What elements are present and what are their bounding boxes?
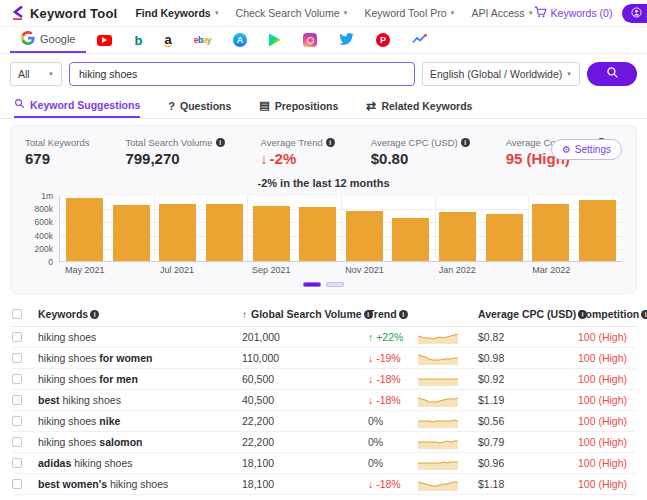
settings-button[interactable]: ⚙ Settings xyxy=(551,139,622,160)
keyword-table: Keywordsi ↑Global Search Volumei Trendi … xyxy=(12,302,635,495)
row-checkbox[interactable] xyxy=(12,437,22,447)
cpc-cell: $0.92 xyxy=(478,373,578,385)
col-global-search-volume[interactable]: ↑Global Search Volumei xyxy=(242,308,368,320)
chart-bar xyxy=(206,204,243,261)
keyword-cell[interactable]: hiking shoes nike xyxy=(38,415,242,427)
tab-keyword-suggestions[interactable]: Keyword Suggestions xyxy=(14,93,140,118)
platform-tab-amazon[interactable]: a xyxy=(153,27,182,53)
row-checkbox[interactable] xyxy=(12,395,22,405)
info-icon[interactable]: i xyxy=(641,310,647,319)
x-tick-label: Jul 2021 xyxy=(158,265,195,275)
nav-find-keywords[interactable]: Find Keywords▼ xyxy=(135,7,219,19)
platform-tab-google-play[interactable] xyxy=(258,27,292,53)
pager-dash[interactable] xyxy=(326,282,344,287)
table-header: Keywordsi ↑Global Search Volumei Trendi … xyxy=(12,302,635,327)
chart-bar xyxy=(159,204,196,261)
table-row: best women's hiking shoes18,100↓ -18%$1.… xyxy=(12,474,635,495)
col-trend[interactable]: Trendi xyxy=(368,308,418,320)
chart-plot-area xyxy=(59,196,622,262)
logo[interactable]: Keyword Tool xyxy=(12,5,117,22)
nav-check-search-volume[interactable]: Check Search Volume▼ xyxy=(236,7,349,19)
competition-cell: 100 (High) xyxy=(578,457,635,469)
info-icon[interactable]: i xyxy=(461,138,470,147)
tab-prepositions[interactable]: ▤ Prepositions xyxy=(259,93,338,118)
row-checkbox[interactable] xyxy=(12,374,22,384)
search-volume-chart: -2% in the last 12 months 1m800k600k400k… xyxy=(25,177,622,287)
cpc-cell: $0.82 xyxy=(478,331,578,343)
stat-average-trend: Average Trendi ↓-2% xyxy=(261,137,335,167)
chart-bar xyxy=(392,218,429,261)
info-icon[interactable]: i xyxy=(326,138,335,147)
overview-card: Total Keywords 679 Total Search Volumei … xyxy=(10,125,637,294)
cart-icon xyxy=(534,6,547,20)
trend-cell: ↓ -18% xyxy=(368,394,418,406)
competition-cell: 100 (High) xyxy=(578,394,635,406)
row-checkbox[interactable] xyxy=(12,479,22,489)
nav-api-access[interactable]: API Access▼ xyxy=(472,7,534,19)
keyword-cell[interactable]: best women's hiking shoes xyxy=(38,478,242,490)
platform-tab-app-store[interactable]: A xyxy=(222,27,258,53)
platform-tab-twitter[interactable] xyxy=(328,27,365,53)
chart-bar xyxy=(486,214,523,261)
platform-tab-bing[interactable]: b xyxy=(123,27,153,53)
language-select[interactable]: English (Global / Worldwide)▼ xyxy=(422,62,580,86)
chart-title: -2% in the last 12 months xyxy=(25,177,622,189)
col-average-cpc[interactable]: Average CPC (USD)i xyxy=(478,308,578,320)
trend-sparkline xyxy=(418,436,458,449)
cpc-cell: $0.79 xyxy=(478,436,578,448)
y-tick-label: 1m xyxy=(41,191,53,201)
google-trends-icon xyxy=(412,34,427,46)
row-checkbox[interactable] xyxy=(12,416,22,426)
platform-tab-youtube[interactable] xyxy=(86,27,123,53)
keyword-cell[interactable]: hiking shoes for women xyxy=(38,352,242,364)
instagram-icon xyxy=(303,33,317,47)
info-icon[interactable]: i xyxy=(216,138,225,147)
search-icon xyxy=(606,66,619,82)
arrow-down-icon: ↓ xyxy=(261,151,268,167)
keyword-cell[interactable]: hiking shoes xyxy=(38,331,242,343)
row-checkbox[interactable] xyxy=(12,332,22,342)
keywords-cart-link[interactable]: Keywords (0) xyxy=(534,6,613,20)
tab-related-keywords[interactable]: ⇄ Related Keywords xyxy=(366,93,472,118)
keyword-tool-app: Keyword Tool Find Keywords▼ Check Search… xyxy=(0,0,647,495)
trend-sparkline xyxy=(418,457,458,470)
nav-keyword-tool-pro[interactable]: Keyword Tool Pro▼ xyxy=(364,7,455,19)
tab-questions[interactable]: ? Questions xyxy=(168,93,231,118)
row-checkbox[interactable] xyxy=(12,458,22,468)
chart-bar xyxy=(299,207,336,261)
top-bar-right: Keywords (0) Account ▼ xyxy=(534,4,647,23)
platform-tab-ebay[interactable]: ebay xyxy=(183,27,222,53)
platform-tab-instagram[interactable] xyxy=(292,27,328,53)
chart-bar xyxy=(253,206,290,261)
keyword-cell[interactable]: adidas hiking shoes xyxy=(38,457,242,469)
keyword-cell[interactable]: best hiking shoes xyxy=(38,394,242,406)
platform-tab-google[interactable]: Google xyxy=(10,27,86,53)
keyword-cell[interactable]: hiking shoes for men xyxy=(38,373,242,385)
trend-sparkline xyxy=(418,478,458,491)
platform-tab-pinterest[interactable]: P xyxy=(365,27,401,53)
sparkline-cell xyxy=(418,331,478,344)
search-button[interactable] xyxy=(587,62,637,86)
sparkline-cell xyxy=(418,478,478,491)
bing-icon: b xyxy=(134,34,142,47)
select-all-checkbox[interactable] xyxy=(12,309,22,319)
keyword-cell[interactable]: hiking shoes salomon xyxy=(38,436,242,448)
scope-select[interactable]: All▼ xyxy=(10,62,62,86)
trend-sparkline xyxy=(418,394,458,407)
search-input[interactable] xyxy=(69,62,415,86)
search-volume-cell: 60,500 xyxy=(242,373,368,385)
info-icon[interactable]: i xyxy=(399,310,408,319)
row-checkbox[interactable] xyxy=(12,353,22,363)
platform-tab-google-trends[interactable] xyxy=(401,27,438,53)
pager-dash-active[interactable] xyxy=(303,282,321,287)
search-volume-cell: 22,200 xyxy=(242,436,368,448)
chart-bar xyxy=(532,204,569,261)
sparkline-cell xyxy=(418,394,478,407)
x-tick-label: May 2021 xyxy=(65,265,102,275)
account-button[interactable]: Account ▼ xyxy=(622,4,647,23)
chart-bar xyxy=(113,205,150,261)
info-icon[interactable]: i xyxy=(90,310,99,319)
table-row: hiking shoes for women110,000↓ -19%$0.98… xyxy=(12,348,635,369)
col-competition[interactable]: Competitioni xyxy=(578,308,647,320)
table-row: best hiking shoes40,500↓ -18%$1.19100 (H… xyxy=(12,390,635,411)
